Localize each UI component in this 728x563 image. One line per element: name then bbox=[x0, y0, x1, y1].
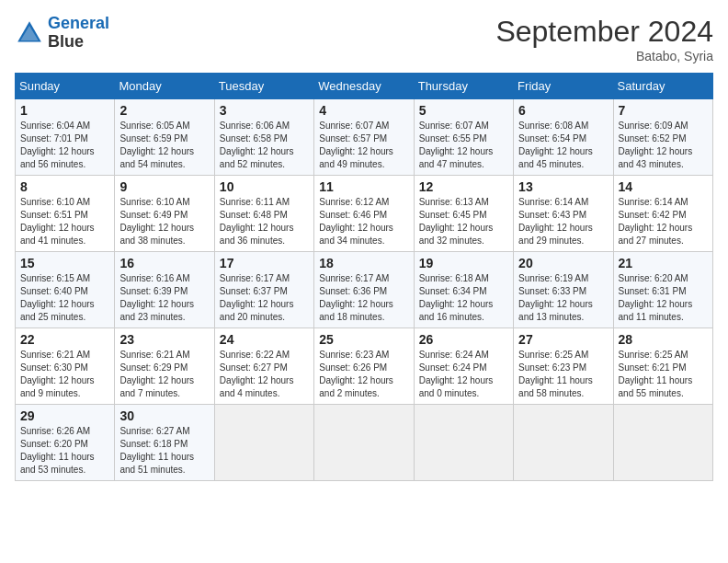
table-row: 7Sunrise: 6:09 AMSunset: 6:52 PMDaylight… bbox=[613, 99, 712, 176]
table-row bbox=[314, 405, 414, 481]
table-row: 23Sunrise: 6:21 AMSunset: 6:29 PMDayligh… bbox=[115, 328, 214, 405]
table-row: 1Sunrise: 6:04 AMSunset: 7:01 PMDaylight… bbox=[16, 99, 115, 176]
col-sunday: Sunday bbox=[16, 74, 115, 99]
table-row: 12Sunrise: 6:13 AMSunset: 6:45 PMDayligh… bbox=[414, 176, 513, 252]
header-row: Sunday Monday Tuesday Wednesday Thursday… bbox=[16, 74, 713, 99]
table-row: 5Sunrise: 6:07 AMSunset: 6:55 PMDaylight… bbox=[414, 99, 513, 176]
table-row: 10Sunrise: 6:11 AMSunset: 6:48 PMDayligh… bbox=[214, 176, 313, 252]
table-row: 21Sunrise: 6:20 AMSunset: 6:31 PMDayligh… bbox=[613, 252, 712, 328]
col-saturday: Saturday bbox=[613, 74, 712, 99]
calendar-row: 22Sunrise: 6:21 AMSunset: 6:30 PMDayligh… bbox=[16, 328, 713, 405]
table-row: 28Sunrise: 6:25 AMSunset: 6:21 PMDayligh… bbox=[613, 328, 712, 405]
calendar-row: 29Sunrise: 6:26 AMSunset: 6:20 PMDayligh… bbox=[16, 405, 713, 481]
table-row: 11Sunrise: 6:12 AMSunset: 6:46 PMDayligh… bbox=[314, 176, 414, 252]
table-row: 16Sunrise: 6:16 AMSunset: 6:39 PMDayligh… bbox=[115, 252, 214, 328]
table-row: 2Sunrise: 6:05 AMSunset: 6:59 PMDaylight… bbox=[115, 99, 214, 176]
table-row: 29Sunrise: 6:26 AMSunset: 6:20 PMDayligh… bbox=[16, 405, 115, 481]
location: Batabo, Syria bbox=[495, 49, 713, 63]
calendar-body: 1Sunrise: 6:04 AMSunset: 7:01 PMDaylight… bbox=[16, 99, 713, 481]
table-row bbox=[214, 405, 313, 481]
table-row: 4Sunrise: 6:07 AMSunset: 6:57 PMDaylight… bbox=[314, 99, 414, 176]
col-thursday: Thursday bbox=[414, 74, 513, 99]
month-title: September 2024 bbox=[495, 15, 713, 49]
table-row: 18Sunrise: 6:17 AMSunset: 6:36 PMDayligh… bbox=[314, 252, 414, 328]
logo: GeneralBlue bbox=[15, 15, 109, 52]
table-row: 13Sunrise: 6:14 AMSunset: 6:43 PMDayligh… bbox=[514, 176, 613, 252]
col-tuesday: Tuesday bbox=[214, 74, 313, 99]
table-row: 6Sunrise: 6:08 AMSunset: 6:54 PMDaylight… bbox=[514, 99, 613, 176]
title-block: September 2024 Batabo, Syria bbox=[495, 15, 713, 63]
table-row: 14Sunrise: 6:14 AMSunset: 6:42 PMDayligh… bbox=[613, 176, 712, 252]
table-row: 27Sunrise: 6:25 AMSunset: 6:23 PMDayligh… bbox=[514, 328, 613, 405]
table-row bbox=[414, 405, 513, 481]
table-row: 17Sunrise: 6:17 AMSunset: 6:37 PMDayligh… bbox=[214, 252, 313, 328]
calendar-row: 8Sunrise: 6:10 AMSunset: 6:51 PMDaylight… bbox=[16, 176, 713, 252]
table-row bbox=[514, 405, 613, 481]
logo-text: GeneralBlue bbox=[48, 15, 109, 52]
col-wednesday: Wednesday bbox=[314, 74, 414, 99]
table-row: 8Sunrise: 6:10 AMSunset: 6:51 PMDaylight… bbox=[16, 176, 115, 252]
table-row: 9Sunrise: 6:10 AMSunset: 6:49 PMDaylight… bbox=[115, 176, 214, 252]
table-row: 3Sunrise: 6:06 AMSunset: 6:58 PMDaylight… bbox=[214, 99, 313, 176]
col-friday: Friday bbox=[514, 74, 613, 99]
calendar-table: Sunday Monday Tuesday Wednesday Thursday… bbox=[15, 73, 713, 481]
table-row: 19Sunrise: 6:18 AMSunset: 6:34 PMDayligh… bbox=[414, 252, 513, 328]
table-row: 22Sunrise: 6:21 AMSunset: 6:30 PMDayligh… bbox=[16, 328, 115, 405]
logo-icon bbox=[15, 18, 44, 48]
calendar-row: 15Sunrise: 6:15 AMSunset: 6:40 PMDayligh… bbox=[16, 252, 713, 328]
col-monday: Monday bbox=[115, 74, 214, 99]
table-row: 24Sunrise: 6:22 AMSunset: 6:27 PMDayligh… bbox=[214, 328, 313, 405]
table-row bbox=[613, 405, 712, 481]
table-row: 25Sunrise: 6:23 AMSunset: 6:26 PMDayligh… bbox=[314, 328, 414, 405]
table-row: 26Sunrise: 6:24 AMSunset: 6:24 PMDayligh… bbox=[414, 328, 513, 405]
page-header: GeneralBlue September 2024 Batabo, Syria bbox=[15, 15, 713, 63]
table-row: 30Sunrise: 6:27 AMSunset: 6:18 PMDayligh… bbox=[115, 405, 214, 481]
table-row: 20Sunrise: 6:19 AMSunset: 6:33 PMDayligh… bbox=[514, 252, 613, 328]
calendar-row: 1Sunrise: 6:04 AMSunset: 7:01 PMDaylight… bbox=[16, 99, 713, 176]
table-row: 15Sunrise: 6:15 AMSunset: 6:40 PMDayligh… bbox=[16, 252, 115, 328]
